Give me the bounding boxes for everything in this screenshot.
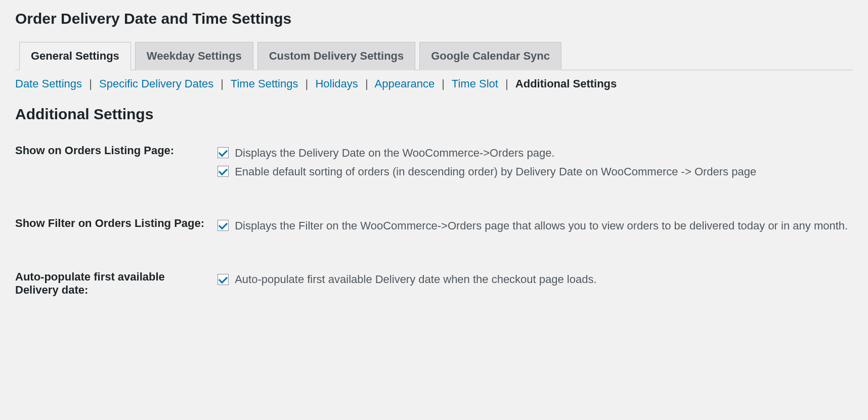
field-input: Displays the Delivery Date on the WooCom…: [218, 143, 853, 180]
checkbox-description: Displays the Filter on the WooCommerce->…: [235, 219, 848, 231]
tab-general-settings[interactable]: General Settings: [19, 42, 131, 70]
checkbox-description: Displays the Delivery Date on the WooCom…: [235, 147, 554, 159]
field-input: Displays the Filter on the WooCommerce->…: [218, 216, 853, 235]
subnav-appearance[interactable]: Appearance: [375, 77, 435, 90]
subnav-time-slot[interactable]: Time Slot: [452, 77, 498, 90]
checkbox-auto-populate[interactable]: [218, 274, 229, 285]
subnav: Date Settings | Specific Delivery Dates …: [15, 77, 853, 90]
checkbox-description: Auto-populate first available Delivery d…: [235, 273, 596, 286]
separator: |: [442, 77, 445, 90]
separator: |: [505, 77, 508, 90]
field-show-filter: Show Filter on Orders Listing Page: Disp…: [15, 216, 853, 235]
page-title: Order Delivery Date and Time Settings: [15, 10, 853, 27]
checkbox-option[interactable]: Displays the Delivery Date on the WooCom…: [218, 143, 853, 162]
checkbox-option[interactable]: Enable default sorting of orders (in des…: [218, 162, 853, 180]
field-label: Show on Orders Listing Page:: [15, 143, 218, 157]
tab-google-calendar-sync[interactable]: Google Calendar Sync: [419, 42, 561, 70]
separator: |: [89, 77, 92, 90]
separator: |: [221, 77, 224, 90]
field-auto-populate: Auto-populate first available Delivery d…: [15, 269, 853, 297]
checkbox-description: Enable default sorting of orders (in des…: [235, 165, 756, 177]
tab-weekday-settings[interactable]: Weekday Settings: [135, 42, 253, 70]
checkbox-show-filter[interactable]: [218, 220, 229, 231]
separator: |: [365, 77, 368, 90]
field-label: Auto-populate first available Delivery d…: [15, 269, 218, 297]
checkbox-show-delivery-date[interactable]: [218, 147, 229, 158]
subnav-specific-delivery-dates[interactable]: Specific Delivery Dates: [99, 77, 213, 90]
checkbox-option[interactable]: Displays the Filter on the WooCommerce->…: [218, 216, 853, 235]
checkbox-option[interactable]: Auto-populate first available Delivery d…: [218, 269, 853, 288]
subnav-additional-settings: Additional Settings: [515, 77, 617, 90]
field-input: Auto-populate first available Delivery d…: [218, 269, 853, 288]
field-show-on-orders: Show on Orders Listing Page: Displays th…: [15, 143, 853, 180]
subnav-holidays[interactable]: Holidays: [315, 77, 358, 90]
subnav-time-settings[interactable]: Time Settings: [231, 77, 298, 90]
section-title: Additional Settings: [15, 106, 853, 123]
field-label: Show Filter on Orders Listing Page:: [15, 216, 218, 230]
tab-custom-delivery-settings[interactable]: Custom Delivery Settings: [257, 42, 416, 70]
separator: |: [306, 77, 309, 90]
subnav-date-settings[interactable]: Date Settings: [15, 77, 82, 90]
checkbox-enable-default-sorting[interactable]: [218, 166, 229, 177]
tab-wrapper: General Settings Weekday Settings Custom…: [15, 41, 853, 70]
